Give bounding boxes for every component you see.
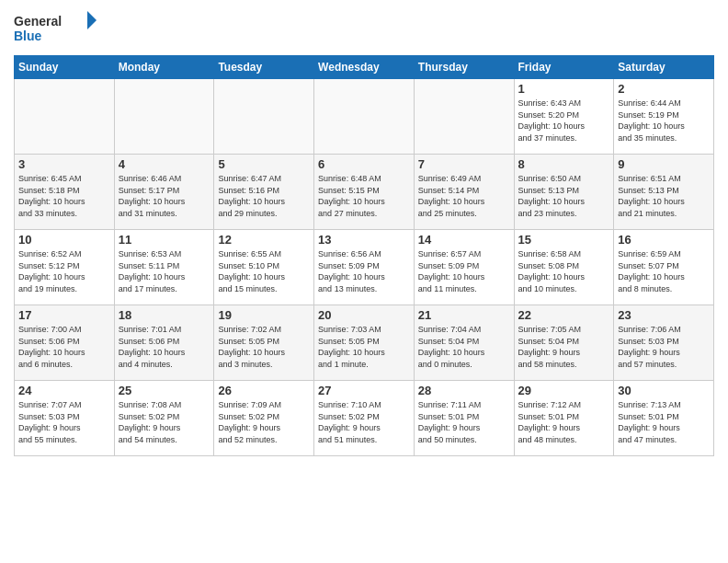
day-number: 15 xyxy=(518,233,610,247)
calendar-cell xyxy=(214,79,314,155)
day-number: 22 xyxy=(518,308,610,322)
calendar-cell xyxy=(114,79,214,155)
day-number: 18 xyxy=(119,308,210,322)
week-row-2: 3Sunrise: 6:45 AM Sunset: 5:18 PM Daylig… xyxy=(15,155,714,230)
calendar-cell: 13Sunrise: 6:56 AM Sunset: 5:09 PM Dayli… xyxy=(314,230,415,305)
day-number: 26 xyxy=(218,384,310,397)
day-number: 6 xyxy=(318,157,410,171)
day-info: Sunrise: 7:06 AM Sunset: 5:03 PM Dayligh… xyxy=(618,324,710,370)
svg-marker-1 xyxy=(87,11,97,29)
header: General Blue xyxy=(14,9,714,48)
calendar-cell: 11Sunrise: 6:53 AM Sunset: 5:11 PM Dayli… xyxy=(114,230,214,305)
day-number: 17 xyxy=(18,308,110,322)
day-info: Sunrise: 7:13 AM Sunset: 5:01 PM Dayligh… xyxy=(618,399,710,445)
calendar-cell: 7Sunrise: 6:49 AM Sunset: 5:14 PM Daylig… xyxy=(414,155,514,230)
calendar-cell: 30Sunrise: 7:13 AM Sunset: 5:01 PM Dayli… xyxy=(614,381,714,456)
calendar-table: SundayMondayTuesdayWednesdayThursdayFrid… xyxy=(14,55,714,456)
day-number: 2 xyxy=(618,82,710,96)
week-row-5: 24Sunrise: 7:07 AM Sunset: 5:03 PM Dayli… xyxy=(15,381,714,456)
week-row-3: 10Sunrise: 6:52 AM Sunset: 5:12 PM Dayli… xyxy=(15,230,714,305)
day-info: Sunrise: 6:43 AM Sunset: 5:20 PM Dayligh… xyxy=(518,98,610,144)
calendar-cell: 1Sunrise: 6:43 AM Sunset: 5:20 PM Daylig… xyxy=(514,79,614,155)
day-number: 5 xyxy=(218,157,310,171)
day-info: Sunrise: 6:50 AM Sunset: 5:13 PM Dayligh… xyxy=(518,173,610,219)
calendar-cell: 12Sunrise: 6:55 AM Sunset: 5:10 PM Dayli… xyxy=(214,230,314,305)
day-info: Sunrise: 7:05 AM Sunset: 5:04 PM Dayligh… xyxy=(518,324,610,370)
calendar-cell: 9Sunrise: 6:51 AM Sunset: 5:13 PM Daylig… xyxy=(614,155,714,230)
day-info: Sunrise: 7:00 AM Sunset: 5:06 PM Dayligh… xyxy=(18,324,110,370)
calendar-cell: 8Sunrise: 6:50 AM Sunset: 5:13 PM Daylig… xyxy=(514,155,614,230)
logo-svg: General Blue xyxy=(14,9,97,48)
week-row-4: 17Sunrise: 7:00 AM Sunset: 5:06 PM Dayli… xyxy=(15,305,714,381)
day-number: 21 xyxy=(418,308,510,322)
calendar-cell: 28Sunrise: 7:11 AM Sunset: 5:01 PM Dayli… xyxy=(414,381,514,456)
svg-text:Blue: Blue xyxy=(14,29,42,43)
calendar-cell: 22Sunrise: 7:05 AM Sunset: 5:04 PM Dayli… xyxy=(514,305,614,381)
day-info: Sunrise: 6:53 AM Sunset: 5:11 PM Dayligh… xyxy=(119,248,210,294)
day-info: Sunrise: 6:55 AM Sunset: 5:10 PM Dayligh… xyxy=(218,248,310,294)
calendar-cell: 25Sunrise: 7:08 AM Sunset: 5:02 PM Dayli… xyxy=(114,381,214,456)
day-info: Sunrise: 6:56 AM Sunset: 5:09 PM Dayligh… xyxy=(318,248,410,294)
weekday-header-wednesday: Wednesday xyxy=(314,56,415,79)
day-info: Sunrise: 7:07 AM Sunset: 5:03 PM Dayligh… xyxy=(18,399,110,445)
day-info: Sunrise: 6:48 AM Sunset: 5:15 PM Dayligh… xyxy=(318,173,410,219)
calendar-cell: 5Sunrise: 6:47 AM Sunset: 5:16 PM Daylig… xyxy=(214,155,314,230)
day-number: 13 xyxy=(318,233,410,247)
calendar-cell: 27Sunrise: 7:10 AM Sunset: 5:02 PM Dayli… xyxy=(314,381,415,456)
logo: General Blue xyxy=(14,9,97,48)
day-number: 23 xyxy=(618,308,710,322)
calendar-cell xyxy=(15,79,115,155)
day-info: Sunrise: 6:47 AM Sunset: 5:16 PM Dayligh… xyxy=(218,173,310,219)
day-number: 8 xyxy=(518,157,610,171)
calendar-cell: 17Sunrise: 7:00 AM Sunset: 5:06 PM Dayli… xyxy=(15,305,115,381)
calendar-cell: 24Sunrise: 7:07 AM Sunset: 5:03 PM Dayli… xyxy=(15,381,115,456)
calendar-cell: 14Sunrise: 6:57 AM Sunset: 5:09 PM Dayli… xyxy=(414,230,514,305)
calendar-cell: 26Sunrise: 7:09 AM Sunset: 5:02 PM Dayli… xyxy=(214,381,314,456)
calendar-cell: 4Sunrise: 6:46 AM Sunset: 5:17 PM Daylig… xyxy=(114,155,214,230)
page-container: General Blue SundayMondayTuesdayWednesda… xyxy=(0,0,728,461)
day-number: 19 xyxy=(218,308,310,322)
calendar-cell xyxy=(414,79,514,155)
weekday-header-tuesday: Tuesday xyxy=(214,56,314,79)
day-info: Sunrise: 7:12 AM Sunset: 5:01 PM Dayligh… xyxy=(518,399,610,445)
day-number: 7 xyxy=(418,157,510,171)
day-number: 30 xyxy=(618,384,710,397)
day-info: Sunrise: 6:49 AM Sunset: 5:14 PM Dayligh… xyxy=(418,173,510,219)
day-number: 1 xyxy=(518,82,610,96)
day-info: Sunrise: 7:09 AM Sunset: 5:02 PM Dayligh… xyxy=(218,399,310,445)
day-info: Sunrise: 6:44 AM Sunset: 5:19 PM Dayligh… xyxy=(618,98,710,144)
calendar-cell: 6Sunrise: 6:48 AM Sunset: 5:15 PM Daylig… xyxy=(314,155,415,230)
calendar-cell: 3Sunrise: 6:45 AM Sunset: 5:18 PM Daylig… xyxy=(15,155,115,230)
calendar-cell: 16Sunrise: 6:59 AM Sunset: 5:07 PM Dayli… xyxy=(614,230,714,305)
svg-text:General: General xyxy=(14,14,62,29)
calendar-cell: 23Sunrise: 7:06 AM Sunset: 5:03 PM Dayli… xyxy=(614,305,714,381)
day-number: 27 xyxy=(318,384,410,397)
day-info: Sunrise: 7:08 AM Sunset: 5:02 PM Dayligh… xyxy=(119,399,210,445)
calendar-cell: 18Sunrise: 7:01 AM Sunset: 5:06 PM Dayli… xyxy=(114,305,214,381)
week-row-1: 1Sunrise: 6:43 AM Sunset: 5:20 PM Daylig… xyxy=(15,79,714,155)
day-info: Sunrise: 7:01 AM Sunset: 5:06 PM Dayligh… xyxy=(119,324,210,370)
weekday-header-monday: Monday xyxy=(114,56,214,79)
weekday-header-sunday: Sunday xyxy=(15,56,115,79)
day-number: 20 xyxy=(318,308,410,322)
calendar-cell: 10Sunrise: 6:52 AM Sunset: 5:12 PM Dayli… xyxy=(15,230,115,305)
calendar-cell: 21Sunrise: 7:04 AM Sunset: 5:04 PM Dayli… xyxy=(414,305,514,381)
calendar-cell: 19Sunrise: 7:02 AM Sunset: 5:05 PM Dayli… xyxy=(214,305,314,381)
day-number: 14 xyxy=(418,233,510,247)
day-number: 9 xyxy=(618,157,710,171)
day-info: Sunrise: 7:02 AM Sunset: 5:05 PM Dayligh… xyxy=(218,324,310,370)
day-info: Sunrise: 6:59 AM Sunset: 5:07 PM Dayligh… xyxy=(618,248,710,294)
day-info: Sunrise: 6:57 AM Sunset: 5:09 PM Dayligh… xyxy=(418,248,510,294)
day-number: 25 xyxy=(119,384,210,397)
weekday-header-friday: Friday xyxy=(514,56,614,79)
calendar-cell: 2Sunrise: 6:44 AM Sunset: 5:19 PM Daylig… xyxy=(614,79,714,155)
day-info: Sunrise: 6:58 AM Sunset: 5:08 PM Dayligh… xyxy=(518,248,610,294)
day-info: Sunrise: 7:11 AM Sunset: 5:01 PM Dayligh… xyxy=(418,399,510,445)
calendar-cell: 15Sunrise: 6:58 AM Sunset: 5:08 PM Dayli… xyxy=(514,230,614,305)
day-number: 4 xyxy=(119,157,210,171)
day-number: 11 xyxy=(119,233,210,247)
day-info: Sunrise: 7:03 AM Sunset: 5:05 PM Dayligh… xyxy=(318,324,410,370)
day-number: 24 xyxy=(18,384,110,397)
weekday-header-thursday: Thursday xyxy=(414,56,514,79)
day-number: 28 xyxy=(418,384,510,397)
